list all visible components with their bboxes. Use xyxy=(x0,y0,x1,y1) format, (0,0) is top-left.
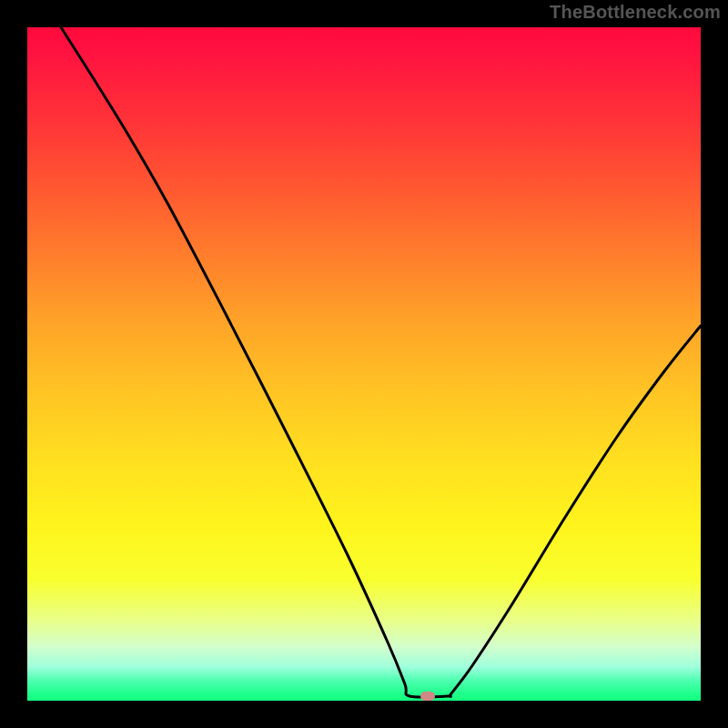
optimal-point-marker xyxy=(420,692,435,701)
plot-area xyxy=(27,27,701,701)
curve-layer xyxy=(27,27,701,701)
bottleneck-curve xyxy=(61,27,701,697)
watermark-text: TheBottleneck.com xyxy=(550,2,721,23)
chart-frame: TheBottleneck.com xyxy=(0,0,728,728)
